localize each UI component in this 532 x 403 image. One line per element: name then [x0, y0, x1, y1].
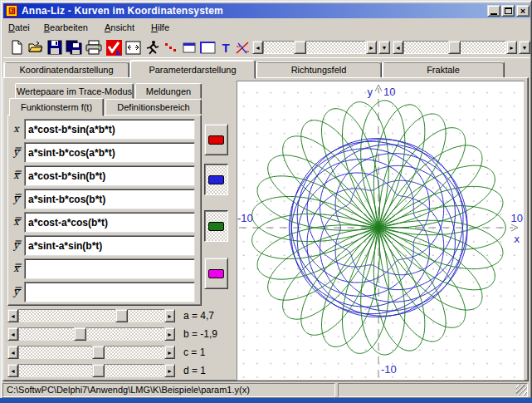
- toolbar-slider-2[interactable]: ◄ ►: [393, 41, 517, 54]
- subtab-meldungen[interactable]: Meldungen: [135, 83, 202, 99]
- close-icon: ×: [520, 6, 525, 16]
- title-bar[interactable]: Anna-Liz - Kurven im Koordinatensystem ×: [3, 3, 530, 18]
- slider-b-track[interactable]: [18, 327, 164, 341]
- slider-b-thumb[interactable]: [74, 327, 86, 341]
- slider-a-left-arrow[interactable]: ◄: [7, 309, 18, 322]
- y4-input[interactable]: [24, 282, 195, 302]
- y3-input[interactable]: [24, 235, 195, 256]
- text-button[interactable]: T: [217, 38, 235, 57]
- slider-a-right-arrow[interactable]: ►: [164, 309, 175, 322]
- slider-b-left-arrow[interactable]: ◄: [7, 327, 18, 341]
- slider2-left-arrow[interactable]: ◄: [393, 41, 403, 54]
- x1-input[interactable]: [24, 119, 195, 140]
- save-all-button[interactable]: [65, 38, 83, 57]
- small-frame-button[interactable]: [180, 38, 198, 57]
- slider-b-right-arrow[interactable]: ►: [164, 327, 175, 341]
- slider2-dropdown-button[interactable]: ▼: [519, 41, 530, 54]
- y-min-tick: -10: [381, 363, 397, 376]
- slider-a-track[interactable]: [18, 309, 164, 322]
- fit-width-button[interactable]: [124, 38, 142, 57]
- runner-icon: [145, 40, 159, 56]
- tab-parameterdarstellung[interactable]: Parameterdarstellung: [129, 60, 256, 79]
- slider-d[interactable]: ◄ ►: [7, 364, 175, 377]
- slider1-thumb[interactable]: [294, 41, 306, 54]
- slider1-dropdown-button[interactable]: ▼: [378, 41, 390, 54]
- formula-panel: x = y = x = y = x = y = x = y =: [7, 115, 202, 306]
- slider-d-track[interactable]: [18, 364, 164, 377]
- slider-c-thumb[interactable]: [92, 346, 105, 359]
- check-button[interactable]: [105, 38, 123, 57]
- tab-fraktale[interactable]: Fraktale: [382, 61, 505, 78]
- window-title: Anna-Liz - Kurven im Koordinatensystem: [22, 5, 223, 17]
- y-max-tick: 10: [383, 86, 395, 98]
- slider-a[interactable]: ◄ ►: [7, 309, 175, 322]
- menu-bar: Datei Bearbeiten Ansicht Hilfe: [3, 19, 530, 36]
- save-icon: [47, 40, 62, 55]
- param-c-value: c = 1: [183, 346, 235, 359]
- trace-points-button[interactable]: [162, 38, 180, 57]
- minimize-button[interactable]: [487, 5, 500, 17]
- subtab-wertepaare[interactable]: Wertepaare im Trace-Modus: [15, 83, 134, 99]
- slider-d-right-arrow[interactable]: ►: [164, 364, 175, 377]
- color-button-magenta[interactable]: [204, 258, 228, 289]
- open-button[interactable]: [27, 38, 45, 57]
- graph-line-icon: [235, 40, 251, 56]
- tab-richtungsfeld[interactable]: Richtungsfeld: [256, 61, 382, 78]
- print-button[interactable]: [85, 38, 103, 57]
- new-file-icon: [9, 40, 24, 55]
- large-frame-button[interactable]: [198, 38, 217, 57]
- x-min-tick: -10: [237, 212, 253, 224]
- slider-d-thumb[interactable]: [92, 364, 105, 377]
- menu-hilfe[interactable]: Hilfe: [146, 21, 174, 34]
- resize-grip[interactable]: [516, 385, 527, 396]
- bottom-strip: [0, 398, 532, 403]
- slider-c-track[interactable]: [18, 346, 164, 359]
- x3-input[interactable]: [24, 212, 195, 233]
- slider1-right-arrow[interactable]: ►: [366, 41, 377, 54]
- slider-c-right-arrow[interactable]: ►: [164, 346, 175, 359]
- start-button[interactable]: [143, 38, 161, 57]
- magenta-swatch: [208, 269, 224, 278]
- x4-input[interactable]: [24, 258, 195, 279]
- y2-input[interactable]: [24, 189, 195, 209]
- param-a-value: a = 4,7: [183, 309, 235, 322]
- maximize-button[interactable]: [501, 5, 515, 17]
- tab-koordinatendarstellung[interactable]: Koordinatendarstellung: [3, 61, 129, 78]
- print-icon: [85, 40, 102, 55]
- slider1-track[interactable]: [263, 41, 366, 54]
- slider-d-left-arrow[interactable]: ◄: [7, 364, 18, 377]
- slider2-right-arrow[interactable]: ►: [506, 41, 517, 54]
- small-frame-icon: [183, 42, 196, 53]
- slider-a-thumb[interactable]: [115, 309, 128, 322]
- color-button-green[interactable]: [204, 210, 228, 242]
- color-button-red[interactable]: [204, 124, 228, 155]
- subtab-definitionsbereich[interactable]: Definitionsbereich: [105, 99, 202, 115]
- save-all-icon: [66, 40, 82, 55]
- menu-ansicht[interactable]: Ansicht: [100, 21, 139, 34]
- close-button[interactable]: ×: [516, 5, 530, 17]
- subtab-label: Wertepaare im Trace-Modus: [17, 86, 132, 96]
- large-frame-icon: [200, 42, 216, 54]
- slider1-left-arrow[interactable]: ◄: [252, 41, 263, 54]
- x-axis-label: x: [515, 233, 520, 245]
- open-folder-icon: [28, 40, 44, 55]
- slider2-thumb[interactable]: [448, 41, 461, 54]
- tab-label: Koordinatendarstellung: [19, 65, 113, 75]
- subtab-funktionsterm[interactable]: Funktionsterm f(t): [9, 98, 104, 116]
- check-red-icon: [106, 40, 122, 56]
- toolbar-slider-1[interactable]: ◄ ►: [252, 41, 377, 54]
- y-axis-label: y: [368, 86, 373, 98]
- menu-bearbeiten[interactable]: Bearbeiten: [39, 21, 93, 34]
- slider-c-left-arrow[interactable]: ◄: [7, 346, 18, 359]
- save-button[interactable]: [46, 38, 64, 57]
- new-file-button[interactable]: [7, 38, 26, 57]
- tab-label: Richtungsfeld: [291, 65, 347, 75]
- color-button-blue[interactable]: [204, 164, 228, 195]
- slider-c[interactable]: ◄ ►: [7, 346, 175, 359]
- y1-input[interactable]: [24, 142, 195, 163]
- plot-area[interactable]: y 10 -10 -10 10 x: [237, 81, 525, 381]
- x2-input[interactable]: [24, 165, 195, 186]
- menu-datei[interactable]: Datei: [3, 21, 35, 34]
- graph-line-button[interactable]: [233, 38, 251, 57]
- slider-b[interactable]: ◄ ►: [7, 327, 175, 341]
